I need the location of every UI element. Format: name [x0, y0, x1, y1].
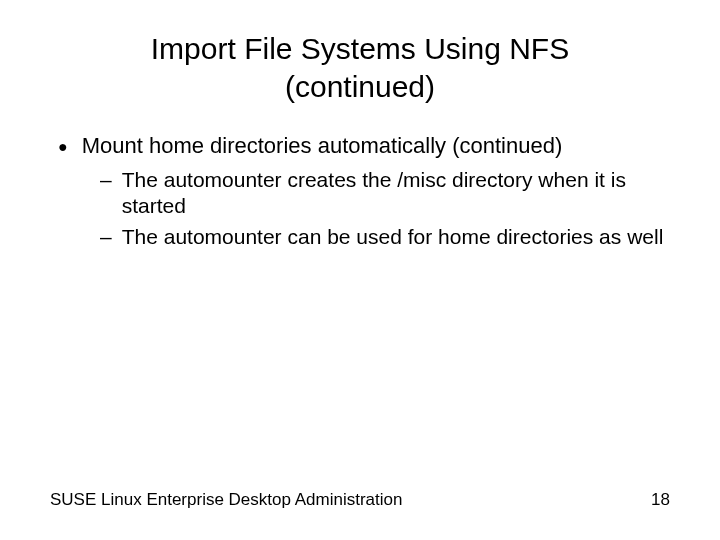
bullet-level1-text: Mount home directories automatically (co… — [82, 133, 563, 159]
dash-icon: – — [100, 224, 112, 250]
subbullet-group: – The automounter creates the /misc dire… — [100, 167, 670, 250]
dash-icon: – — [100, 167, 112, 193]
bullet-level1: ● Mount home directories automatically (… — [58, 133, 670, 159]
subbullet-item: – The automounter creates the /misc dire… — [100, 167, 670, 220]
slide: Import File Systems Using NFS (continued… — [0, 0, 720, 540]
bullet-dot-icon: ● — [58, 138, 68, 156]
footer-left: SUSE Linux Enterprise Desktop Administra… — [50, 490, 402, 510]
content-area: ● Mount home directories automatically (… — [50, 133, 670, 250]
footer: SUSE Linux Enterprise Desktop Administra… — [50, 490, 670, 510]
subbullet-item: – The automounter can be used for home d… — [100, 224, 670, 250]
subbullet-text: The automounter creates the /misc direct… — [122, 167, 670, 220]
subbullet-text: The automounter can be used for home dir… — [122, 224, 664, 250]
slide-title: Import File Systems Using NFS (continued… — [80, 30, 640, 105]
page-number: 18 — [651, 490, 670, 510]
